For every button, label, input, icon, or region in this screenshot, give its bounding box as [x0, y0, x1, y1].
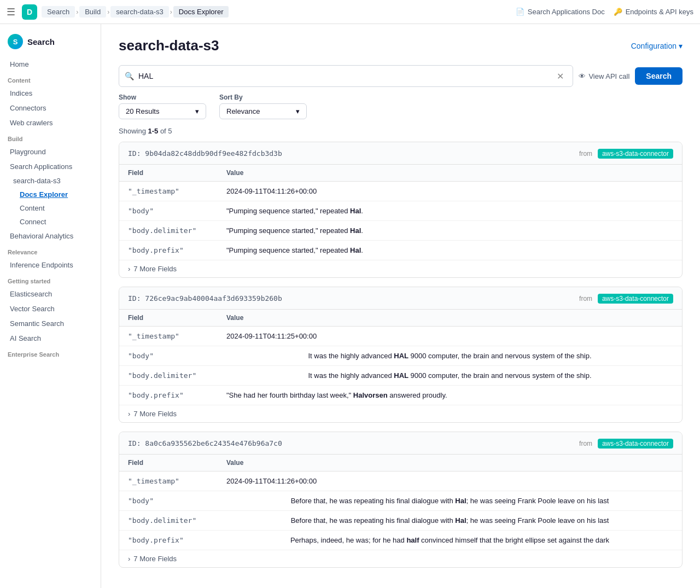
field-name: "_timestamp" [119, 327, 218, 346]
search-bar-row: 🔍 ✕ 👁 View API call Search [119, 65, 682, 87]
sidebar-item-playground[interactable]: Playground [2, 144, 98, 159]
table-row: "_timestamp" 2024-09-11T04:11:26+00:00 [119, 471, 682, 491]
sidebar-section-getting-started: Getting started [0, 272, 101, 287]
result-card: ID: 8a0c6a935562be6c24354e476b96a7c0 fro… [119, 432, 682, 568]
sidebar-item-content[interactable]: Content [0, 201, 101, 215]
endpoints-api-keys-link[interactable]: 🔑 Endpoints & API keys [614, 8, 693, 16]
field-name: "body.delimiter" [119, 221, 218, 241]
value-col-header: Value [218, 165, 682, 182]
field-name: "body" [119, 201, 218, 221]
expand-icon: › [128, 555, 130, 563]
field-col-header: Field [119, 165, 218, 182]
field-value: Before that, he was repeating his final … [218, 491, 682, 511]
top-nav: ☰ D Search › Build › search-data-s3 › Do… [0, 0, 700, 24]
hamburger-icon[interactable]: ☰ [7, 6, 15, 18]
result-card-header: ID: 9b04da82c48ddb90df9ee482fdcb3d3b fro… [119, 142, 682, 165]
result-card: ID: 726ce9ac9ab40004aaf3d693359b260b fro… [119, 287, 682, 423]
result-table: Field Value "_timestamp" 2024-09-11T04:1… [119, 165, 682, 260]
field-name: "_timestamp" [119, 182, 218, 201]
from-label: from [579, 440, 592, 447]
more-fields-button[interactable]: › 7 More Fields [128, 265, 177, 273]
table-row: "body.delimiter" It was the highly advan… [119, 366, 682, 386]
breadcrumb-build[interactable]: Build [79, 6, 106, 18]
breadcrumb-search-data-s3[interactable]: search-data-s3 [110, 6, 169, 18]
breadcrumb-search[interactable]: Search [42, 6, 75, 18]
sidebar-item-elasticsearch[interactable]: Elasticsearch [2, 287, 98, 301]
result-table: Field Value "_timestamp" 2024-09-11T04:1… [119, 455, 682, 550]
sidebar-item-behavioral-analytics[interactable]: Behavioral Analytics [2, 229, 98, 243]
page-title: search-data-s3 [119, 37, 219, 54]
endpoints-api-keys-label: Endpoints & API keys [626, 8, 693, 16]
search-icon: 🔍 [125, 72, 134, 80]
connector-badge: aws-s3-data-connector [598, 439, 673, 449]
result-source: from aws-s3-data-connector [579, 149, 673, 158]
value-col-header: Value [218, 310, 682, 327]
sort-label: Sort By [219, 94, 307, 101]
sidebar-section-relevance: Relevance [0, 243, 101, 258]
sidebar-brand: S Search [0, 31, 101, 57]
sort-select[interactable]: Relevance ▾ [219, 103, 307, 119]
field-col-header: Field [119, 310, 218, 327]
chevron-down-icon: ▾ [679, 42, 682, 50]
more-fields-row: › 7 More Fields [119, 260, 682, 277]
field-value: Perhaps, indeed, he was; for he had half… [218, 531, 682, 550]
field-col-header: Field [119, 455, 218, 471]
field-value: 2024-09-11T04:11:26+00:00 [218, 182, 682, 201]
more-fields-button[interactable]: › 7 More Fields [128, 410, 177, 418]
result-card-header: ID: 726ce9ac9ab40004aaf3d693359b260b fro… [119, 287, 682, 310]
sidebar-item-semantic-search[interactable]: Semantic Search [2, 316, 98, 331]
key-icon: 🔑 [614, 8, 622, 16]
search-button[interactable]: Search [635, 67, 682, 85]
more-fields-button[interactable]: › 7 More Fields [128, 555, 177, 563]
configuration-label: Configuration [631, 42, 676, 50]
search-applications-doc-label: Search Applications Doc [528, 8, 605, 16]
sidebar-item-search-data-s3[interactable]: search-data-s3 [0, 174, 101, 188]
result-id: ID: 8a0c6a935562be6c24354e476b96a7c0 [128, 439, 282, 447]
result-card-header: ID: 8a0c6a935562be6c24354e476b96a7c0 fro… [119, 432, 682, 455]
view-api-link[interactable]: 👁 View API call [579, 72, 629, 80]
configuration-button[interactable]: Configuration ▾ [631, 42, 682, 50]
sidebar-item-indices[interactable]: Indices [2, 86, 98, 101]
field-value: Before that, he was repeating his final … [218, 511, 682, 531]
results-list: ID: 9b04da82c48ddb90df9ee482fdcb3d3b fro… [119, 142, 682, 568]
field-value: "She had her fourth birthday last week,"… [218, 386, 682, 405]
sidebar-item-docs-explorer[interactable]: Docs Explorer [0, 188, 101, 201]
sidebar-item-search-applications[interactable]: Search Applications [2, 159, 98, 174]
more-fields-row: › 7 More Fields [119, 550, 682, 567]
table-row: "body.prefix" "She had her fourth birthd… [119, 386, 682, 405]
table-row: "_timestamp" 2024-09-11T04:11:25+00:00 [119, 327, 682, 346]
table-row: "body" "Pumping sequence started," repea… [119, 201, 682, 221]
connector-badge: aws-s3-data-connector [598, 294, 673, 304]
field-name: "body.prefix" [119, 241, 218, 260]
doc-icon: 📄 [516, 8, 524, 16]
search-input[interactable] [138, 72, 557, 80]
expand-icon: › [128, 410, 130, 418]
result-card: ID: 9b04da82c48ddb90df9ee482fdcb3d3b fro… [119, 142, 682, 278]
field-value: "Pumping sequence started," repeated Hal… [218, 201, 682, 221]
search-applications-doc-link[interactable]: 📄 Search Applications Doc [516, 8, 605, 16]
sort-value: Relevance [226, 107, 260, 115]
clear-icon[interactable]: ✕ [557, 71, 564, 81]
sidebar-item-connect[interactable]: Connect [0, 215, 101, 229]
show-chevron-icon: ▾ [195, 107, 199, 115]
sort-chevron-icon: ▾ [296, 107, 300, 115]
sidebar-item-inference-endpoints[interactable]: Inference Endpoints [2, 258, 98, 272]
sidebar-section-content: Content [0, 72, 101, 86]
show-value: 20 Results [126, 107, 159, 115]
page-header: search-data-s3 Configuration ▾ [119, 37, 682, 54]
sidebar-item-ai-search[interactable]: AI Search [2, 331, 98, 346]
field-name: "body.delimiter" [119, 366, 218, 386]
app-logo: D [22, 4, 37, 20]
breadcrumb-arrow-2: › [107, 8, 109, 16]
more-fields-label: 7 More Fields [133, 555, 177, 563]
sidebar-item-home[interactable]: Home [2, 57, 98, 72]
table-row: "_timestamp" 2024-09-11T04:11:26+00:00 [119, 182, 682, 201]
sidebar-item-connectors[interactable]: Connectors [2, 101, 98, 115]
show-select[interactable]: 20 Results ▾ [119, 103, 206, 119]
breadcrumb-docs-explorer[interactable]: Docs Explorer [173, 6, 229, 18]
sidebar: S Search Home Content Indices Connectors… [0, 24, 101, 588]
search-input-wrap[interactable]: 🔍 ✕ [119, 65, 573, 87]
from-label: from [579, 150, 592, 158]
sidebar-item-web-crawlers[interactable]: Web crawlers [2, 115, 98, 130]
sidebar-item-vector-search[interactable]: Vector Search [2, 301, 98, 316]
